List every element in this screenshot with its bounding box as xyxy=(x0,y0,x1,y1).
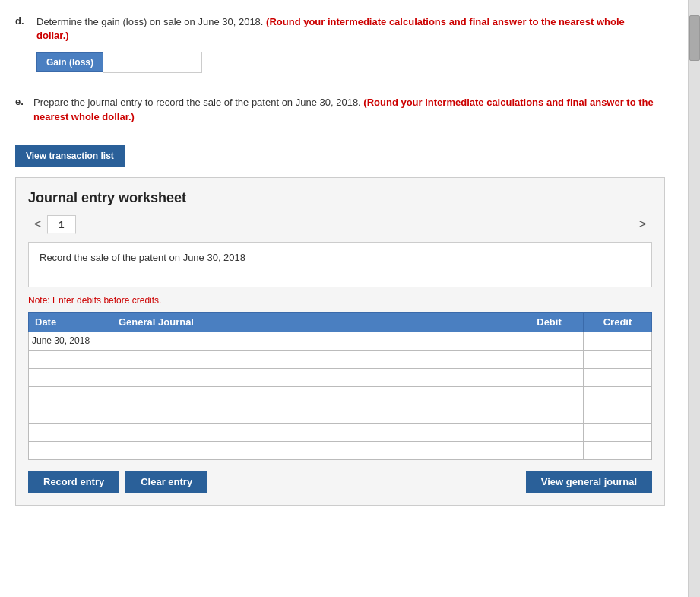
row-1-date-input[interactable] xyxy=(32,352,109,367)
table-row xyxy=(29,405,652,423)
header-date: Date xyxy=(29,312,112,332)
row-0-journal-input[interactable] xyxy=(112,332,515,350)
row-5-date xyxy=(29,423,112,441)
row-0-credit-input[interactable] xyxy=(584,332,651,350)
tab-row: < 1 > xyxy=(28,215,652,234)
row-2-debit xyxy=(515,368,584,386)
section-e-content: Prepare the journal entry to record the … xyxy=(33,96,657,132)
scrollbar[interactable] xyxy=(688,0,700,597)
row-0-credit xyxy=(584,332,652,350)
row-1-debit xyxy=(515,350,584,368)
row-3-credit-input[interactable] xyxy=(584,387,651,405)
row-3-journal-input[interactable] xyxy=(112,387,515,405)
row-0-debit xyxy=(515,332,584,350)
row-2-journal xyxy=(112,368,515,386)
row-3-journal xyxy=(112,386,515,405)
row-5-journal-input[interactable] xyxy=(112,424,515,441)
row-1-debit-input[interactable] xyxy=(515,351,583,368)
row-2-journal-input[interactable] xyxy=(112,369,515,386)
table-row: June 30, 2018 xyxy=(29,332,652,350)
section-d-content: Determine the gain (loss) on sale on Jun… xyxy=(36,15,657,73)
row-3-credit xyxy=(584,386,652,405)
row-3-date xyxy=(29,386,112,405)
tab-next-button[interactable]: > xyxy=(633,218,652,230)
view-transaction-button[interactable]: View transaction list xyxy=(15,145,125,167)
view-general-journal-button[interactable]: View general journal xyxy=(526,471,652,493)
header-debit: Debit xyxy=(515,312,584,332)
row-6-credit-input[interactable] xyxy=(584,442,651,459)
header-journal: General Journal xyxy=(112,312,515,332)
row-6-journal-input[interactable] xyxy=(112,442,515,459)
row-0-date: June 30, 2018 xyxy=(29,332,112,350)
row-5-debit xyxy=(515,423,584,441)
row-1-journal xyxy=(112,350,515,368)
row-6-credit xyxy=(584,441,652,459)
table-row xyxy=(29,368,652,386)
row-6-debit xyxy=(515,441,584,459)
row-3-debit xyxy=(515,386,584,405)
row-6-journal xyxy=(112,441,515,459)
row-4-journal xyxy=(112,405,515,423)
row-2-credit-input[interactable] xyxy=(584,369,651,386)
row-5-date-input[interactable] xyxy=(32,425,109,440)
row-4-debit xyxy=(515,405,584,423)
row-1-credit-input[interactable] xyxy=(584,351,651,368)
gain-loss-label: Gain (loss) xyxy=(36,52,103,72)
row-5-journal xyxy=(112,423,515,441)
table-row xyxy=(29,386,652,405)
record-entry-button[interactable]: Record entry xyxy=(28,471,119,493)
row-1-credit xyxy=(584,350,652,368)
worksheet-note: Note: Enter debits before credits. xyxy=(28,295,652,306)
section-d: d. Determine the gain (loss) on sale on … xyxy=(15,15,665,73)
table-row xyxy=(29,350,652,368)
row-1-journal-input[interactable] xyxy=(112,351,515,368)
row-4-debit-input[interactable] xyxy=(515,405,583,423)
row-5-credit xyxy=(584,423,652,441)
table-row xyxy=(29,441,652,459)
header-credit: Credit xyxy=(584,312,652,332)
tab-prev-button[interactable]: < xyxy=(28,218,47,230)
row-2-credit xyxy=(584,368,652,386)
row-6-debit-input[interactable] xyxy=(515,442,583,459)
worksheet-title: Journal entry worksheet xyxy=(28,190,652,206)
worksheet-description: Record the sale of the patent on June 30… xyxy=(28,242,652,287)
section-e-label: e. xyxy=(15,96,30,132)
section-d-title: Determine the gain (loss) on sale on Jun… xyxy=(36,15,657,43)
row-6-date xyxy=(29,441,112,459)
row-0-debit-input[interactable] xyxy=(515,332,583,350)
row-1-date xyxy=(29,350,112,368)
row-5-debit-input[interactable] xyxy=(515,424,583,441)
clear-entry-button[interactable]: Clear entry xyxy=(125,471,207,493)
button-row: Record entry Clear entry View general jo… xyxy=(28,471,652,493)
row-3-debit-input[interactable] xyxy=(515,387,583,405)
row-4-date-input[interactable] xyxy=(32,407,109,421)
row-2-date-input[interactable] xyxy=(32,370,109,385)
row-2-debit-input[interactable] xyxy=(515,369,583,386)
journal-entry-worksheet: Journal entry worksheet < 1 > Record the… xyxy=(15,177,665,506)
gain-loss-row: Gain (loss) xyxy=(36,52,657,73)
scrollbar-thumb[interactable] xyxy=(689,15,700,61)
section-e-instruction: Prepare the journal entry to record the … xyxy=(33,97,361,108)
section-e-title: Prepare the journal entry to record the … xyxy=(33,96,657,123)
section-e: e. Prepare the journal entry to record t… xyxy=(15,96,665,132)
row-4-journal-input[interactable] xyxy=(112,405,515,423)
journal-table: Date General Journal Debit Credit June 3… xyxy=(28,312,652,460)
row-3-date-input[interactable] xyxy=(32,389,109,403)
row-6-date-input[interactable] xyxy=(32,443,109,458)
row-0-journal xyxy=(112,332,515,350)
gain-loss-input[interactable] xyxy=(103,52,202,73)
tab-1[interactable]: 1 xyxy=(47,215,75,234)
section-d-label: d. xyxy=(15,15,30,73)
row-4-credit xyxy=(584,405,652,423)
section-d-instruction: Determine the gain (loss) on sale on Jun… xyxy=(36,16,263,27)
row-4-credit-input[interactable] xyxy=(584,405,651,423)
row-2-date xyxy=(29,368,112,386)
row-4-date xyxy=(29,405,112,423)
row-5-credit-input[interactable] xyxy=(584,424,651,441)
table-row xyxy=(29,423,652,441)
